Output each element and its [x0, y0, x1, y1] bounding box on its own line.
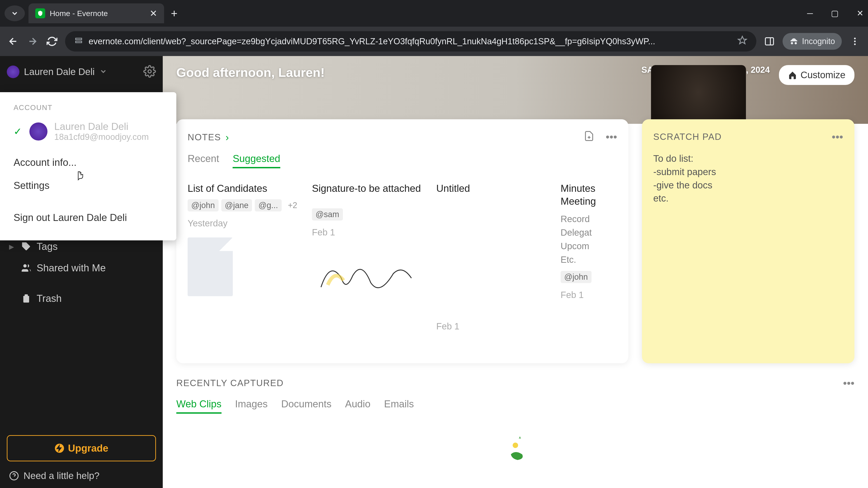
- note-preview: Record Delegat Upcom Etc.: [561, 212, 599, 266]
- svg-point-4: [854, 40, 856, 42]
- svg-point-3: [854, 38, 856, 39]
- reload-button[interactable]: [46, 35, 58, 48]
- address-bar[interactable]: evernote.com/client/web?_sourcePage=ze9b…: [65, 31, 756, 52]
- user-name: Lauren Dale Deli: [24, 66, 95, 77]
- svg-marker-9: [519, 436, 521, 438]
- tag-icon: [21, 241, 31, 252]
- back-button[interactable]: [7, 35, 20, 48]
- incognito-badge[interactable]: Incognito: [782, 33, 842, 50]
- nav-label: Trash: [37, 293, 62, 304]
- expand-icon[interactable]: ▸: [9, 240, 16, 252]
- browser-tab[interactable]: Home - Evernote ✕: [29, 3, 164, 23]
- more-icon[interactable]: •••: [832, 131, 843, 143]
- svg-rect-0: [76, 38, 82, 40]
- main-content: Good afternoon, Lauren! SATURDAY, FEBRUA…: [163, 56, 868, 488]
- account-email: 18a1cfd9@moodjoy.com: [54, 132, 149, 142]
- tab-documents[interactable]: Documents: [281, 398, 332, 414]
- more-icon[interactable]: •••: [606, 131, 617, 144]
- note-thumbnail: [188, 237, 233, 296]
- settings-item[interactable]: Settings: [0, 174, 176, 197]
- notes-tabs: Recent Suggested: [188, 153, 617, 168]
- sidebar: Lauren Dale Deli ACCOUNT ✓ Lauren Dale D…: [0, 56, 163, 488]
- header-banner: Good afternoon, Lauren! SATURDAY, FEBRUA…: [163, 56, 868, 124]
- notes-title: NOTES: [188, 132, 221, 142]
- customize-label: Customize: [801, 70, 845, 80]
- note-card[interactable]: Minutes Meeting Record Delegat Upcom Etc…: [561, 182, 606, 331]
- scratch-title: SCRATCH PAD: [653, 132, 722, 142]
- account-dropdown: ACCOUNT ✓ Lauren Dale Deli 18a1cfd9@mood…: [0, 92, 176, 240]
- sidebar-item-shared[interactable]: ▸ Shared with Me: [7, 257, 156, 279]
- nav-label: Shared with Me: [37, 262, 106, 273]
- recent-title: RECENTLY CAPTURED: [176, 378, 284, 388]
- chevron-right-icon[interactable]: ›: [225, 132, 229, 143]
- note-title: Signature-to be attached: [312, 182, 430, 195]
- recent-tabs: Web Clips Images Documents Audio Emails: [176, 398, 855, 414]
- note-card[interactable]: Signature-to be attached @sam Feb 1: [312, 182, 436, 331]
- site-settings-icon[interactable]: [74, 36, 83, 47]
- notes-grid: List of Candidates @john @jane @g... +2 …: [188, 182, 617, 331]
- tab-images[interactable]: Images: [235, 398, 268, 414]
- check-icon: ✓: [13, 126, 23, 137]
- avatar: [7, 66, 20, 78]
- upgrade-button[interactable]: Upgrade: [7, 435, 156, 461]
- chevron-down-icon[interactable]: [99, 67, 107, 76]
- tab-recent[interactable]: Recent: [188, 153, 219, 168]
- scratch-body[interactable]: To do list: -submit papers -give the doc…: [653, 152, 843, 205]
- signature-image: [312, 247, 416, 305]
- close-tab-icon[interactable]: ✕: [150, 8, 157, 19]
- side-panel-icon[interactable]: [763, 35, 776, 48]
- tab-title: Home - Evernote: [50, 9, 145, 18]
- customize-button[interactable]: Customize: [779, 65, 855, 85]
- sidebar-footer: Upgrade Need a little help?: [0, 435, 163, 488]
- tab-suggested[interactable]: Suggested: [232, 153, 280, 168]
- sidebar-item-trash[interactable]: ▸ Trash: [7, 288, 156, 309]
- help-label: Need a little help?: [24, 470, 99, 481]
- note-card[interactable]: List of Candidates @john @jane @g... +2 …: [188, 182, 312, 331]
- svg-rect-1: [76, 41, 82, 43]
- help-link[interactable]: Need a little help?: [7, 461, 156, 481]
- app-container: Lauren Dale Deli ACCOUNT ✓ Lauren Dale D…: [0, 56, 868, 488]
- trash-icon: [21, 293, 31, 303]
- browser-tab-strip: Home - Evernote ✕ + ─ ▢ ✕: [0, 0, 868, 27]
- note-title: Untitled: [436, 182, 554, 195]
- bookmark-icon[interactable]: [737, 35, 747, 47]
- minimize-icon[interactable]: ─: [807, 8, 813, 18]
- svg-point-6: [148, 70, 151, 73]
- people-icon: [21, 263, 31, 273]
- avatar: [29, 123, 48, 140]
- new-note-icon[interactable]: [584, 131, 594, 144]
- gear-icon[interactable]: [143, 65, 156, 78]
- tab-audio[interactable]: Audio: [345, 398, 371, 414]
- incognito-label: Incognito: [802, 37, 835, 46]
- tab-search-button[interactable]: [4, 5, 25, 21]
- dropdown-section-label: ACCOUNT: [0, 103, 176, 119]
- nav-label: Tags: [37, 241, 58, 252]
- close-window-icon[interactable]: ✕: [857, 8, 864, 18]
- note-title: List of Candidates: [188, 182, 305, 195]
- maximize-icon[interactable]: ▢: [831, 8, 839, 18]
- tab-web-clips[interactable]: Web Clips: [176, 398, 221, 414]
- svg-point-5: [854, 43, 856, 45]
- new-tab-button[interactable]: +: [171, 7, 178, 20]
- svg-point-10: [513, 443, 518, 448]
- url-text: evernote.com/client/web?_sourcePage=ze9b…: [89, 37, 732, 46]
- account-row[interactable]: ✓ Lauren Dale Deli 18a1cfd9@moodjoy.com: [0, 119, 176, 151]
- empty-illustration: [176, 414, 855, 463]
- tab-emails[interactable]: Emails: [384, 398, 414, 414]
- help-icon: [9, 471, 19, 481]
- browser-menu-icon[interactable]: [848, 35, 861, 48]
- account-name: Lauren Dale Deli: [54, 121, 149, 132]
- note-card[interactable]: Untitled Feb 1: [436, 182, 561, 331]
- note-title: Minutes Meeting: [561, 182, 599, 207]
- sign-out-item[interactable]: Sign out Lauren Dale Deli: [0, 206, 176, 229]
- greeting-text: Good afternoon, Lauren!: [176, 65, 324, 80]
- note-date: Feb 1: [561, 290, 599, 300]
- forward-button[interactable]: [26, 35, 39, 48]
- scratch-pad: SCRATCH PAD ••• To do list: -submit pape…: [642, 119, 855, 363]
- notes-panel: NOTES › ••• Recent Suggested: [176, 119, 628, 363]
- svg-rect-2: [765, 38, 774, 45]
- window-controls: ─ ▢ ✕: [807, 8, 864, 18]
- more-icon[interactable]: •••: [843, 377, 855, 389]
- note-date: Yesterday: [188, 218, 305, 228]
- account-info-item[interactable]: Account info...: [0, 151, 176, 174]
